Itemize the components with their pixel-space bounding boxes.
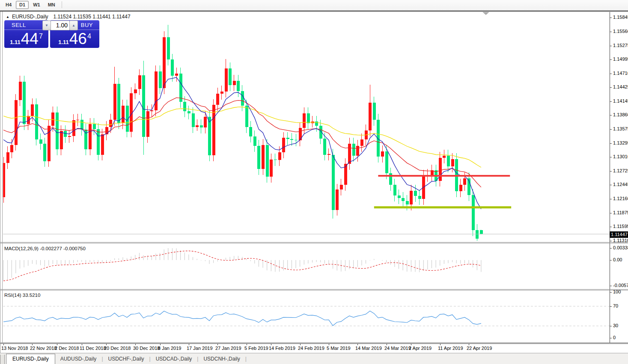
timeframe-button-d1[interactable]: D1 [16,1,29,9]
price-axis-label-tick [610,157,612,157]
chart-tab-audusd[interactable]: AUDUSD-,Daily [55,354,102,364]
price-axis-label: 1.13860 [613,112,628,117]
price-axis-label-tick [610,59,612,60]
candle-body [19,82,22,100]
tab-separator: | [245,356,247,364]
candle-body [237,81,240,91]
candle-body [352,144,355,156]
date-axis-label: 2 Dec 2018 [55,346,79,351]
chart-tab-usdcnh[interactable]: USDCNH-,Daily [198,354,245,364]
candle-body [402,198,405,201]
price-axis-label: 1.15845 [613,15,628,20]
ma-line-55 [3,107,481,167]
collapse-triangle-icon[interactable]: ▲ [6,15,9,19]
price-axis-label: 1.14145 [613,98,628,104]
rsi-label: RSI(14) 33.5210 [4,293,40,298]
candle-body [229,68,232,85]
candle-body [233,81,236,85]
chart-tab-usdcad[interactable]: USDCAD-,Daily [151,354,197,364]
candle-body [476,230,479,239]
timeframe-button-mn[interactable]: MN [45,1,59,9]
price-axis-label-tick [610,74,612,74]
candle-body [204,117,207,127]
candle-body [138,75,141,89]
timeframe-toolbar: H4D1W1MN [0,0,628,11]
candle-body [15,100,18,145]
timeframe-button-h4[interactable]: H4 [2,1,15,9]
date-tick [106,344,107,345]
date-tick [32,344,33,345]
candle-body [51,112,54,126]
rsi-axis-label-tick [610,306,612,307]
candle-body [270,160,273,177]
date-axis-label: 2 Apr 2019 [409,346,432,351]
candle-body [146,111,149,137]
candle-body [155,71,158,110]
separator-price-macd[interactable] [0,242,628,243]
chart-shift-marker-icon[interactable] [482,12,489,15]
candle-body [134,89,137,93]
sell-price-pip: 7 [39,33,43,40]
rsi-axis-label: 70 [613,303,618,308]
window-left-inner-border [2,12,3,344]
price-axis-label: 1.14995 [613,56,628,62]
moving-average-lines [3,77,610,234]
candle-body [64,131,67,137]
candle-body [332,155,335,210]
candle-body [274,160,277,160]
sell-price-big: 44 [21,31,39,47]
date-axis-label: 22 Nov 2018 [30,346,57,351]
price-axis-label-tick [610,32,612,32]
price-axis-label-tick [610,171,612,172]
candle-body [245,106,248,127]
candle-body [398,195,401,198]
tab-scroller[interactable] [0,355,5,364]
rsi-axis-label: 30 [613,323,618,328]
timeframe-button-w1[interactable]: W1 [30,1,44,9]
chart-plot[interactable] [0,0,628,364]
candle-body [451,159,454,166]
sell-label[interactable]: SELL [4,20,48,30]
candle-body [295,140,298,140]
chart-tab-eurusd[interactable]: EURUSD-,Daily [6,354,55,364]
date-tick [189,344,189,345]
buy-price-prefix: 1.11 [58,39,69,45]
candle-body [6,152,9,163]
date-axis-label: 14 Feb 2019 [269,346,295,351]
volume-decrease-button[interactable]: ▼ [42,21,51,30]
candle-body [196,125,199,127]
date-tick [217,344,218,345]
volume-input[interactable]: 1.00 [51,21,69,30]
date-tick [411,344,411,345]
date-tick [469,344,469,345]
price-axis-label-tick [610,185,612,185]
price-axis-label: 1.15275 [613,43,628,48]
candle-body [43,144,46,161]
chart-tab-usdchf[interactable]: USDCHF-,Daily [103,354,149,364]
candle-body [56,112,59,149]
candle-body [472,195,475,230]
price-axis-label: 1.12725 [613,168,628,173]
candle-body [381,151,384,157]
separator-macd-rsi[interactable] [0,289,628,290]
date-axis-label: 30 Dec 2018 [133,346,160,351]
candle-body [68,136,71,137]
volume-spinner: ▼ 1.00 ▲ [42,21,78,30]
candle-body [216,94,219,105]
candle-body [307,113,310,123]
candle-body [175,74,178,76]
rsi-plot [3,306,610,326]
price-axis-label: 1.14425 [613,84,628,89]
candle-body [257,146,260,169]
date-tick [271,344,271,345]
date-tick [247,344,247,345]
date-tick [160,344,161,345]
candlestick-plot [2,25,483,241]
price-axis-label-tick [610,241,612,241]
candle-body [463,178,466,185]
date-axis[interactable]: 13 Nov 201822 Nov 20182 Dec 201811 Dec 2… [0,344,628,353]
volume-increase-button[interactable]: ▲ [69,21,78,30]
candle-body [23,82,26,124]
sell-button[interactable]: SELL 1.11447 [4,20,48,48]
price-axis-line [610,12,610,343]
